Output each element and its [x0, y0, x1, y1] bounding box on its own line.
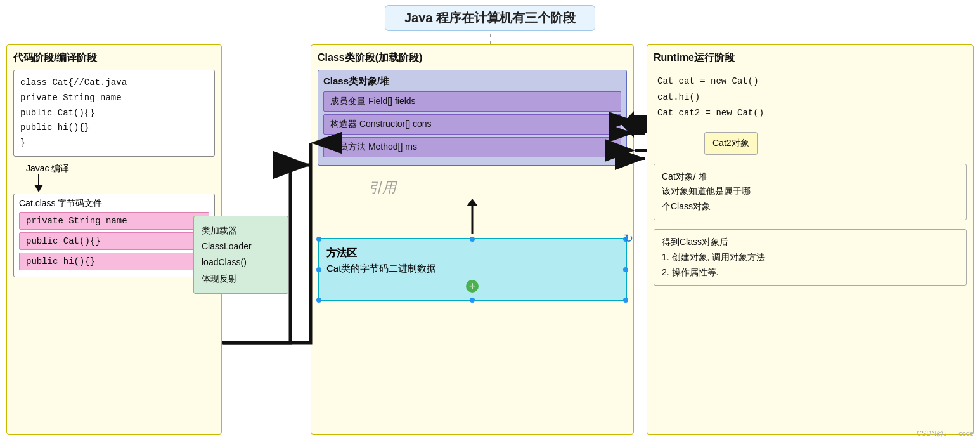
pink-row-2: public Cat(){}: [19, 232, 209, 250]
handle-ml: [316, 267, 321, 272]
method-area-title: 方法区: [326, 247, 618, 260]
code-line-4: public hi(){}: [20, 121, 208, 136]
runtime-line-1: Cat cat = new Cat(): [657, 74, 963, 89]
section-right-title: Runtime运行阶段: [654, 51, 967, 65]
handle-tm: [470, 237, 475, 242]
class-obj-box: Class类对象/堆 成员变量 Field[] fields 构造器 Const…: [318, 70, 627, 166]
move-cursor-area: ✛: [326, 280, 618, 293]
section-middle: Class类阶段(加载阶段) Class类对象/堆 成员变量 Field[] f…: [311, 44, 634, 435]
pink-row-3: public hi(){}: [19, 253, 209, 270]
code-line-3: public Cat(){}: [20, 106, 208, 121]
javac-label: Javac 编译: [26, 163, 69, 174]
cat-heap-line-3: 个Class对象: [662, 199, 958, 214]
watermark: CSDN@J___code: [917, 430, 974, 437]
title-box: Java 程序在计算机有三个阶段: [385, 5, 595, 31]
section-right: Runtime运行阶段 Cat cat = new Cat() cat.hi()…: [647, 44, 974, 435]
code-line-1: class Cat{//Cat.java: [20, 76, 208, 91]
refresh-icon: ↻: [624, 232, 633, 246]
section-left: 代码阶段/编译阶段 class Cat{//Cat.java private S…: [6, 44, 222, 435]
cat-heap-box: Cat对象/ 堆 该对象知道他是属于哪 个Class对象: [654, 164, 967, 220]
get-class-line-3: 2. 操作属性等.: [662, 265, 958, 280]
section-middle-title: Class类阶段(加载阶段): [318, 51, 627, 65]
classloader-line2: ClassLoader: [202, 239, 280, 254]
up-arrow-svg: [463, 197, 482, 235]
method-area-box: ↻ 方法区 Cat类的字节码二进制数据 ✛: [318, 238, 627, 301]
classfile-label: Cat.class 字节码文件: [19, 198, 209, 209]
handle-tl: [316, 237, 321, 242]
cat-heap-line-1: Cat对象/ 堆: [662, 169, 958, 185]
ref-area: 引用: [318, 178, 627, 235]
code-line-5: }: [20, 136, 208, 151]
code-box: class Cat{//Cat.java private String name…: [13, 70, 215, 157]
cat2-label: Cat2对象: [712, 138, 749, 148]
runtime-line-3: Cat cat2 = new Cat(): [657, 105, 963, 121]
classfile-box: Cat.class 字节码文件 private String name publ…: [13, 194, 215, 277]
code-line-2: private String name: [20, 91, 208, 106]
method-area-desc: Cat类的字节码二进制数据: [326, 263, 618, 275]
handle-br: [623, 298, 628, 303]
purple-row-1: 成员变量 Field[] fields: [323, 91, 621, 112]
svg-marker-3: [467, 199, 478, 206]
handle-bl: [316, 298, 321, 303]
main-container: Java 程序在计算机有三个阶段 代码阶段/编译阶段 class Cat{//C…: [0, 0, 980, 441]
move-cursor-icon: ✛: [466, 280, 479, 293]
svg-marker-1: [34, 185, 43, 192]
arrow-down-svg: [32, 174, 58, 194]
handle-mr: [623, 267, 628, 272]
handle-bm: [470, 298, 475, 303]
classloader-box: 类加载器 ClassLoader loadClass() 体现反射: [193, 216, 288, 294]
runtime-line-2: cat.hi(): [657, 89, 963, 105]
runtime-code: Cat cat = new Cat() cat.hi() Cat cat2 = …: [654, 70, 967, 126]
title-text: Java 程序在计算机有三个阶段: [404, 11, 576, 25]
get-class-line-1: 得到Class对象后: [662, 235, 958, 250]
classloader-line4: 体现反射: [202, 271, 280, 287]
purple-row-2: 构造器 Constructor[] cons: [323, 114, 621, 135]
get-class-box: 得到Class对象后 1. 创建对象, 调用对象方法 2. 操作属性等.: [654, 229, 967, 286]
ref-label: 引用: [368, 180, 396, 195]
section-left-title: 代码阶段/编译阶段: [13, 51, 215, 65]
classloader-line1: 类加载器: [202, 223, 280, 239]
classloader-line3: loadClass(): [202, 254, 280, 270]
cat-heap-line-2: 该对象知道他是属于哪: [662, 184, 958, 199]
class-obj-title: Class类对象/堆: [323, 76, 621, 88]
pink-row-1: private String name: [19, 212, 209, 230]
purple-row-3: 成员方法 Method[] ms: [323, 137, 621, 157]
get-class-line-2: 1. 创建对象, 调用对象方法: [662, 250, 958, 265]
javac-section: Javac 编译: [26, 163, 215, 174]
cat2-box: Cat2对象: [704, 132, 758, 155]
